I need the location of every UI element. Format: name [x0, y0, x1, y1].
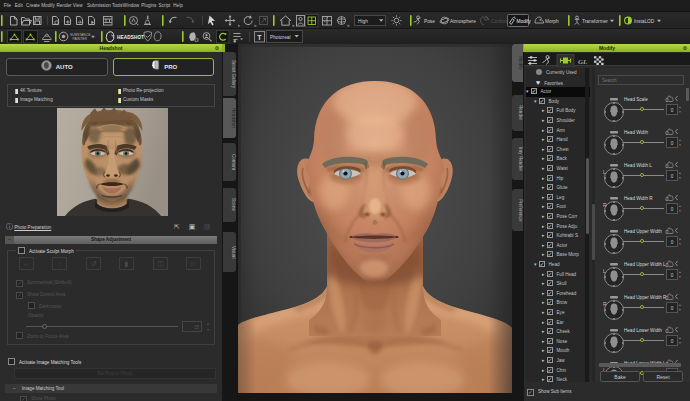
svg-text:L: L — [603, 268, 606, 274]
svg-text:Modify: Modify — [517, 19, 532, 24]
svg-text:Pose: Pose — [424, 19, 435, 24]
svg-text:Transformer: Transformer — [582, 19, 608, 24]
svg-text:Atmosphere: Atmosphere — [450, 19, 476, 24]
svg-text:GL: GL — [578, 58, 587, 66]
svg-text:T: T — [257, 34, 262, 41]
svg-text:R: R — [603, 202, 607, 208]
svg-text:PAINTER: PAINTER — [73, 37, 88, 41]
svg-text:L: L — [603, 169, 606, 175]
svg-text:High: High — [358, 19, 368, 24]
svg-text:Photoreal: Photoreal — [270, 35, 291, 40]
svg-text:Conform: Conform — [491, 19, 509, 24]
svg-text:Morph: Morph — [545, 19, 559, 24]
svg-text:InstaLOD: InstaLOD — [634, 19, 655, 24]
svg-text:HEADSHOT: HEADSHOT — [117, 35, 144, 40]
svg-text:R: R — [603, 301, 607, 307]
